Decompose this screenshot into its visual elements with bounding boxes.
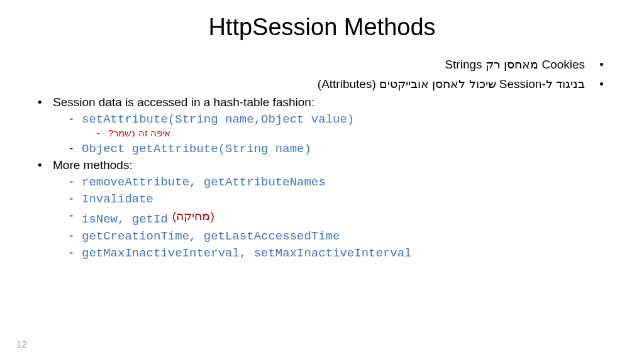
code-text: setAttribute(String name,Object value) xyxy=(82,112,354,126)
code-text: Object getAttribute(String name) xyxy=(82,142,311,156)
list-item: איפה זה נשמר? xyxy=(107,128,606,139)
code-text: getMaxInactiveInterval, setMaxInactiveIn… xyxy=(82,246,412,260)
list-item: Object getAttribute(String name) xyxy=(80,141,606,156)
slide-title: HttpSession Methods xyxy=(38,14,606,41)
list-item: Session data is accessed in a hash-table… xyxy=(50,96,606,156)
code-text: getCreationTime, getLastAccessedTime xyxy=(82,229,340,243)
item-text: More methods: xyxy=(53,158,133,172)
list-item: removeAttribute, getAttributeNames xyxy=(80,175,606,189)
list-item: setAttribute(String name,Object value) א… xyxy=(80,112,606,139)
rtl-bullet-2: • בניגוד ל-Session שיכול לאחסן אובייקטים… xyxy=(38,75,606,94)
list-item: More methods: removeAttribute, getAttrib… xyxy=(50,158,606,260)
code-text: removeAttribute, getAttributeNames xyxy=(82,175,326,189)
list-item: isNew, getId (מחיקה) xyxy=(80,209,606,226)
code-text: isNew, getId xyxy=(82,212,168,226)
rtl-bullet-1-text: Cookies מאחסן רק Strings xyxy=(445,58,585,71)
rtl-bullet-1: • Cookies מאחסן רק Strings xyxy=(38,56,606,74)
list-item: getMaxInactiveInterval, setMaxInactiveIn… xyxy=(80,246,606,260)
rtl-bullet-2-text: בניגוד ל-Session שיכול לאחסן אובייקטים (… xyxy=(318,77,585,90)
note-text: איפה זה נשמר? xyxy=(108,128,170,138)
list-item: Invalidate xyxy=(80,192,606,206)
code-text: Invalidate xyxy=(82,192,153,206)
page-number: 12 xyxy=(16,339,27,349)
annotation: (מחיקה) xyxy=(172,209,214,223)
item-text: Session data is accessed in a hash-table… xyxy=(53,96,314,109)
list-item: getCreationTime, getLastAccessedTime xyxy=(80,229,606,243)
